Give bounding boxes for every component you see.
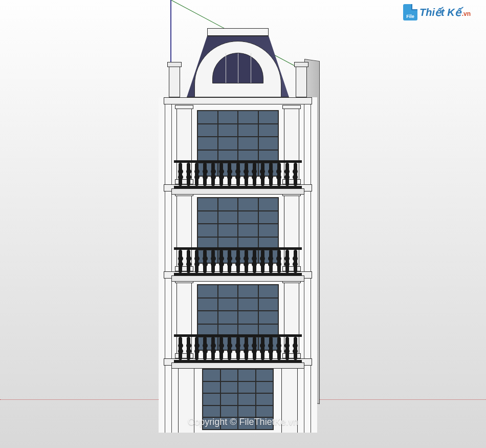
window-pane xyxy=(238,393,256,406)
pillar-cap xyxy=(294,62,308,67)
balcony xyxy=(174,334,302,362)
window-pane xyxy=(238,198,258,211)
window-pane xyxy=(238,137,258,150)
pilaster xyxy=(165,191,172,271)
baluster xyxy=(245,337,248,360)
balcony xyxy=(174,160,302,188)
window-pane xyxy=(258,311,279,324)
pilaster xyxy=(165,104,172,184)
crown-cap xyxy=(207,28,269,36)
window-pane xyxy=(256,381,274,394)
baluster xyxy=(228,250,231,273)
window-pane xyxy=(203,393,220,406)
baluster xyxy=(261,250,264,273)
baluster xyxy=(203,163,207,186)
balusters xyxy=(174,163,302,186)
window-pane xyxy=(197,285,218,298)
pilaster xyxy=(165,366,172,433)
baluster xyxy=(285,337,289,360)
window-pane xyxy=(218,224,238,237)
window-pane xyxy=(238,406,256,418)
baluster xyxy=(236,250,240,273)
baluster xyxy=(269,337,273,360)
window-pane xyxy=(203,369,220,381)
logo-text: Thiết Kế .vn xyxy=(419,6,471,18)
axis-x-red xyxy=(0,399,179,400)
window-mullion xyxy=(238,53,238,83)
window-pane xyxy=(258,298,279,311)
window-pane xyxy=(218,111,238,124)
baluster xyxy=(261,337,264,360)
window-pane xyxy=(220,381,238,394)
column-cap xyxy=(282,105,301,109)
baluster xyxy=(219,163,223,186)
baluster xyxy=(245,250,248,273)
baluster xyxy=(245,163,248,186)
window-pane xyxy=(238,211,258,224)
baluster xyxy=(179,337,182,360)
building-crown xyxy=(159,28,317,97)
baluster xyxy=(285,163,289,186)
balcony-base xyxy=(171,188,304,195)
baluster xyxy=(285,250,289,273)
file-icon: File xyxy=(403,4,417,20)
window-pane xyxy=(218,198,238,211)
window-pane xyxy=(218,311,238,324)
window-pane xyxy=(197,137,218,150)
logo-brand-suffix: .vn xyxy=(462,10,471,17)
baluster xyxy=(219,337,223,360)
baluster xyxy=(187,250,190,273)
pilaster xyxy=(304,366,311,433)
building-model[interactable] xyxy=(159,28,317,407)
window-pane xyxy=(258,124,279,137)
window-pane xyxy=(203,406,220,418)
balusters xyxy=(174,250,302,273)
baluster xyxy=(294,337,297,360)
crown-pillar-left xyxy=(169,67,180,97)
window-pane xyxy=(218,211,238,224)
pilaster xyxy=(165,279,172,358)
floor-2 xyxy=(159,271,317,358)
crown-pillar-right xyxy=(296,67,307,97)
window-pane xyxy=(218,298,238,311)
window-pane xyxy=(238,298,258,311)
pilaster xyxy=(304,279,311,358)
window-mullion xyxy=(226,53,226,83)
window-pane xyxy=(197,111,218,124)
baluster xyxy=(211,337,215,360)
window-pane xyxy=(258,211,279,224)
baluster xyxy=(195,337,198,360)
window-pane xyxy=(258,224,279,237)
floor-4 xyxy=(159,97,317,184)
window-pane xyxy=(197,311,218,324)
window-pane xyxy=(238,124,258,137)
baluster xyxy=(269,163,273,186)
axis-x-red-right xyxy=(317,399,486,400)
window-pane xyxy=(256,393,274,406)
column-cap xyxy=(175,105,193,109)
pilaster xyxy=(304,104,311,184)
baluster xyxy=(236,337,240,360)
window-pane xyxy=(238,224,258,237)
baluster xyxy=(203,250,207,273)
window-pane xyxy=(258,111,279,124)
window-pane xyxy=(197,211,218,224)
balcony-base xyxy=(171,275,304,282)
window-pane xyxy=(238,285,258,298)
window-pane xyxy=(218,124,238,137)
baluster xyxy=(253,163,256,186)
window-pane xyxy=(256,369,274,381)
window-pane xyxy=(258,198,279,211)
baluster xyxy=(294,250,297,273)
baluster xyxy=(228,163,231,186)
sketchup-viewport[interactable]: File Thiết Kế .vn Copyright © FileThietK… xyxy=(0,0,486,448)
baluster xyxy=(179,163,182,186)
window-pane xyxy=(238,369,256,381)
window-pane xyxy=(218,137,238,150)
window-pane xyxy=(197,124,218,137)
baluster xyxy=(261,163,264,186)
window-pane xyxy=(238,111,258,124)
baluster xyxy=(187,337,190,360)
window-pane xyxy=(197,224,218,237)
floor-3 xyxy=(159,184,317,271)
